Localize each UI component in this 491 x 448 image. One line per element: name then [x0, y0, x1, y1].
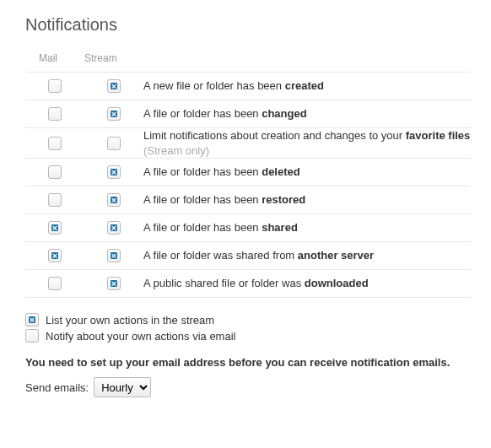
checkbox-stream[interactable]: [107, 137, 121, 150]
checkbox-mail[interactable]: [48, 107, 62, 121]
page-title: Notifications: [25, 15, 471, 35]
checkbox-mail[interactable]: [48, 249, 62, 262]
col-header-desc: [143, 45, 471, 73]
notifications-table: Mail Stream A new file or folder has bee…: [25, 45, 471, 298]
col-header-mail: Mail: [25, 45, 84, 73]
checkbox-mail[interactable]: [48, 79, 62, 93]
checkbox-mail[interactable]: [48, 193, 62, 207]
checkbox-stream[interactable]: [107, 107, 121, 121]
send-emails-select[interactable]: Hourly: [94, 377, 151, 397]
table-row: Limit notifications about creation and c…: [25, 128, 471, 159]
table-row: A file or folder has been deleted: [25, 159, 471, 186]
checkbox-notify-own-email[interactable]: [25, 329, 39, 343]
table-row: A new file or folder has been created: [25, 73, 471, 100]
col-header-stream: Stream: [84, 45, 143, 73]
checkbox-stream[interactable]: [107, 79, 121, 93]
label-list-own-actions: List your own actions in the stream: [46, 314, 214, 327]
checkbox-stream[interactable]: [107, 221, 121, 235]
checkbox-stream[interactable]: [107, 193, 121, 207]
checkbox-mail[interactable]: [48, 137, 62, 150]
checkbox-mail[interactable]: [48, 277, 62, 290]
table-row: A file or folder was shared from another…: [25, 242, 471, 270]
email-setup-warning: You need to set up your email address be…: [25, 356, 471, 369]
label-notify-own-email: Notify about your own actions via email: [46, 330, 235, 343]
table-row: A public shared file or folder was downl…: [25, 270, 471, 298]
table-row: A file or folder has been changed: [25, 100, 471, 128]
row-description: Limit notifications about creation and c…: [143, 128, 471, 159]
checkbox-stream[interactable]: [107, 165, 121, 179]
checkbox-stream[interactable]: [107, 277, 121, 290]
checkbox-mail[interactable]: [48, 221, 62, 235]
row-description: A new file or folder has been created: [143, 73, 471, 100]
row-description: A file or folder has been shared: [143, 214, 471, 242]
checkbox-stream[interactable]: [107, 249, 121, 262]
checkbox-mail[interactable]: [48, 165, 62, 179]
table-row: A file or folder has been restored: [25, 186, 471, 214]
send-emails-label: Send emails:: [25, 381, 89, 394]
row-description: A file or folder has been changed: [143, 100, 471, 128]
row-description: A file or folder has been restored: [143, 186, 471, 214]
checkbox-list-own-actions[interactable]: [25, 313, 39, 327]
table-row: A file or folder has been shared: [25, 214, 471, 242]
row-description: A file or folder was shared from another…: [143, 242, 471, 270]
row-description: A file or folder has been deleted: [143, 159, 471, 186]
row-description: A public shared file or folder was downl…: [143, 270, 471, 298]
